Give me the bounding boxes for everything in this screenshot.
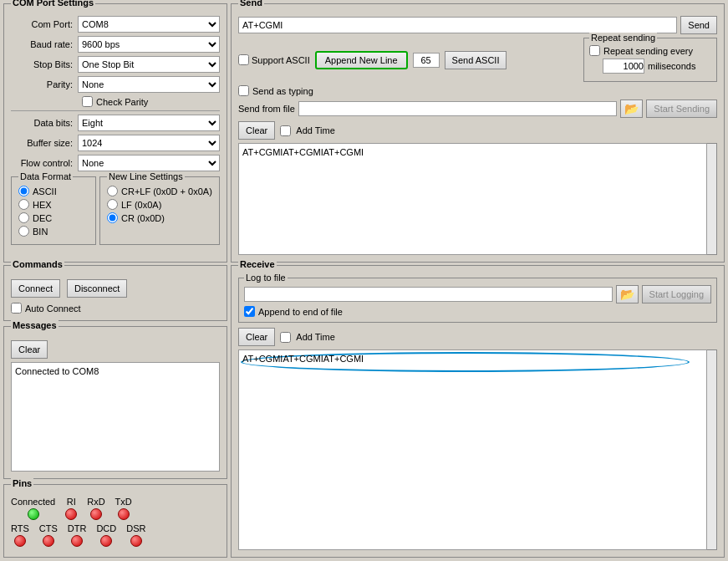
lf-radio[interactable] (107, 199, 118, 210)
repeat-checkbox[interactable] (589, 45, 600, 56)
com-port-label: Com Port: (11, 19, 78, 29)
connect-button[interactable]: Connect (11, 279, 60, 298)
receive-content-area[interactable]: AT+CGMIAT+CGMIAT+CGMI (238, 349, 707, 550)
log-to-file-panel: Log to file 📂 Start Logging Append to en… (238, 278, 717, 323)
ms-label: miliseconds (648, 61, 695, 71)
pin-ri-label: RI (67, 497, 76, 507)
append-new-line-button[interactable]: Append New Line (315, 51, 408, 69)
bin-label: BIN (33, 227, 48, 237)
size-input[interactable] (413, 53, 440, 68)
send-input[interactable]: AT+CGMI (238, 17, 677, 33)
lf-label: LF (0x0A) (121, 200, 161, 210)
commands-title: Commands (11, 259, 64, 269)
log-browse-button[interactable]: 📂 (616, 285, 639, 303)
send-title: Send (238, 0, 264, 8)
cr-label: CR (0x0D) (121, 213, 165, 223)
left-bottom-column: Commands Connect Disconnect Auto Connect… (3, 265, 227, 558)
send-content-area[interactable]: AT+CGMIAT+CGMIAT+CGMI (238, 143, 707, 255)
send-as-typing-label: Send as typing (252, 86, 313, 96)
new-line-panel: New Line Settings CR+LF (0x0D + 0x0A) LF… (99, 176, 220, 245)
disconnect-button[interactable]: Disconnect (67, 279, 127, 298)
dec-radio[interactable] (18, 212, 29, 223)
send-as-typing-checkbox[interactable] (238, 85, 249, 96)
auto-connect-checkbox[interactable] (11, 303, 22, 314)
pin-dsr: DSR (126, 523, 145, 547)
pin-txd: TxD (115, 497, 132, 520)
send-panel: Send AT+CGMI Send Support ASCII Append N… (231, 3, 725, 263)
send-scrollbar[interactable] (707, 143, 717, 255)
file-path-input[interactable] (298, 101, 617, 116)
receive-title: Receive (238, 259, 277, 269)
check-parity-label: Check Parity (96, 97, 148, 107)
pins-panel: Pins Connected RI RxD TxD (3, 484, 227, 558)
send-ascii-button[interactable]: Send ASCII (445, 51, 507, 69)
send-clear-button[interactable]: Clear (238, 121, 275, 140)
cr-radio[interactable] (107, 212, 118, 223)
pin-dcd-label: DCD (96, 523, 116, 533)
crlf-label: CR+LF (0x0D + 0x0A) (121, 186, 212, 196)
parity-select[interactable]: None (78, 76, 220, 93)
append-to-file-label: Append to end of file (258, 307, 343, 317)
crlf-radio[interactable] (107, 186, 118, 196)
repeat-sending-title: Repeat sending (589, 33, 657, 43)
pin-connected-led (28, 508, 39, 520)
send-add-time-label: Add Time (296, 125, 334, 135)
parity-label: Parity: (11, 79, 78, 89)
stop-bits-select[interactable]: One Stop Bit (78, 56, 220, 73)
pin-dtr: DTR (68, 523, 87, 547)
messages-title: Messages (11, 320, 59, 330)
repeat-interval-input[interactable] (603, 59, 644, 74)
new-line-title: New Line Settings (107, 171, 185, 181)
support-ascii-checkbox[interactable] (238, 54, 249, 65)
append-to-file-checkbox[interactable] (244, 306, 255, 317)
check-parity-checkbox[interactable] (82, 96, 93, 107)
pin-txd-led (118, 508, 130, 520)
send-content-text: AT+CGMIAT+CGMIAT+CGMI (242, 147, 364, 157)
support-ascii-label: Support ASCII (252, 55, 310, 65)
log-file-input[interactable] (244, 287, 613, 302)
ascii-label: ASCII (33, 186, 57, 196)
auto-connect-label: Auto Connect (25, 303, 81, 314)
receive-panel: Receive Log to file 📂 Start Logging Appe… (231, 265, 725, 558)
stop-bits-label: Stop Bits: (11, 59, 78, 69)
data-bits-select[interactable]: Eight (78, 115, 220, 131)
receive-clear-button[interactable]: Clear (238, 328, 275, 346)
pin-dtr-led (71, 535, 83, 547)
pin-dsr-led (130, 535, 142, 547)
buffer-size-select[interactable]: 1024 (78, 135, 220, 151)
pin-cts-label: CTS (39, 523, 58, 533)
messages-content: Connected to COM8 (11, 362, 220, 472)
com-port-select[interactable]: COM8 (78, 16, 220, 33)
flow-control-select[interactable]: None (78, 155, 220, 171)
start-sending-button[interactable]: Start Sending (646, 99, 717, 118)
pin-cts-led (43, 535, 54, 547)
data-format-title: Data Format (18, 171, 73, 181)
receive-add-time-checkbox[interactable] (280, 332, 291, 343)
receive-scrollbar[interactable] (707, 349, 717, 550)
pin-dcd-led (100, 535, 112, 547)
messages-text: Connected to COM8 (15, 366, 99, 376)
receive-content-text: AT+CGMIAT+CGMIAT+CGMI (242, 354, 364, 364)
log-title: Log to file (244, 273, 288, 283)
pins-title: Pins (11, 478, 33, 488)
buffer-size-label: Buffer size: (11, 138, 78, 148)
bin-radio[interactable] (18, 226, 29, 237)
file-browse-button[interactable]: 📂 (620, 99, 643, 118)
send-button[interactable]: Send (680, 16, 717, 34)
pin-connected-label: Connected (11, 497, 55, 507)
messages-panel: Messages Clear Connected to COM8 (3, 326, 227, 479)
baud-rate-select[interactable]: 9600 bps (78, 36, 220, 53)
flow-control-label: Flow control: (11, 158, 78, 168)
send-add-time-checkbox[interactable] (280, 125, 291, 136)
messages-clear-button[interactable]: Clear (11, 340, 48, 359)
hex-label: HEX (33, 200, 52, 210)
com-port-panel: COM Port Settings Com Port: COM8 Baud ra… (3, 3, 227, 263)
hex-radio[interactable] (18, 199, 29, 210)
send-from-file-label: Send from file (238, 104, 295, 114)
commands-panel: Commands Connect Disconnect Auto Connect (3, 265, 227, 321)
ascii-radio[interactable] (18, 186, 29, 196)
pin-rts-led (14, 535, 26, 547)
start-logging-button[interactable]: Start Logging (642, 285, 711, 303)
dec-label: DEC (33, 213, 52, 223)
pin-txd-label: TxD (115, 497, 132, 507)
